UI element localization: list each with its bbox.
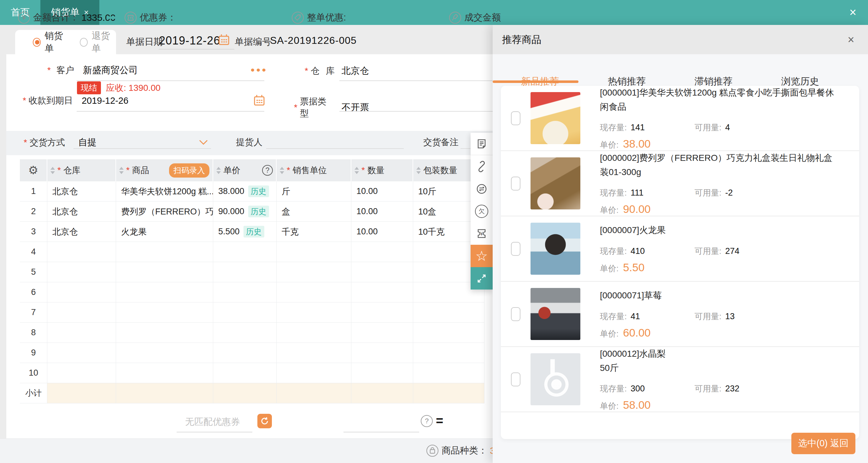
cell-warehouse[interactable] (47, 262, 116, 282)
column-settings[interactable]: ⚙ (20, 159, 47, 181)
cell-unit[interactable]: 盒 (277, 202, 351, 222)
table-row-empty[interactable]: 6 (20, 282, 485, 303)
cell-price[interactable] (213, 282, 277, 303)
customer-more-icon[interactable]: ••• (251, 64, 268, 76)
history-badge[interactable]: 历史 (248, 185, 269, 197)
cell-qty[interactable] (351, 282, 413, 303)
table-row-empty[interactable]: 5 (20, 262, 485, 282)
product-list-item[interactable]: [0000002]费列罗（FERRERO）巧克力礼盒装生日礼物礼盒装01-300… (501, 151, 859, 216)
sort-icon[interactable] (216, 167, 221, 174)
history-badge[interactable]: 历史 (248, 206, 269, 217)
cell-pack-qty[interactable] (413, 322, 485, 343)
note-tool-button[interactable] (471, 133, 493, 155)
coupon-input[interactable]: 无匹配优惠券 (185, 416, 240, 428)
cell-warehouse[interactable]: 北京仓 (47, 222, 116, 242)
sort-icon[interactable] (416, 167, 421, 174)
cell-unit[interactable] (277, 282, 351, 303)
cell-price[interactable] (213, 363, 277, 383)
cell-warehouse[interactable] (47, 282, 116, 303)
calendar-icon[interactable] (252, 93, 266, 107)
cell-product[interactable] (116, 303, 213, 322)
cell-warehouse[interactable]: 北京仓 (47, 202, 116, 222)
owe-tool-button[interactable]: 欠 (471, 200, 493, 222)
cell-unit[interactable] (277, 363, 351, 383)
product-checkbox[interactable] (511, 242, 520, 256)
cell-unit[interactable]: 千克 (277, 222, 351, 242)
cell-qty[interactable] (351, 262, 413, 282)
table-row-empty[interactable]: 4 (20, 242, 485, 262)
doc-date-value[interactable]: 2019-12-26 (159, 34, 220, 47)
cell-product[interactable] (116, 363, 213, 383)
cell-warehouse[interactable] (47, 303, 116, 322)
table-row[interactable]: 3 北京仓 火龙果 5.500历史 千克 10.00 10千克 (20, 222, 485, 242)
cell-price[interactable] (213, 242, 277, 262)
cell-unit[interactable] (277, 262, 351, 282)
cell-qty[interactable] (351, 242, 413, 262)
column-warehouse[interactable]: * 仓库 (47, 159, 116, 181)
cell-price[interactable] (213, 343, 277, 363)
scan-entry-button[interactable]: 扫码录入 (169, 163, 210, 178)
cell-qty[interactable]: 10.00 (351, 181, 413, 202)
table-row[interactable]: 2 北京仓 费列罗（FERRERO）巧... 90.000历史 盒 10.00 … (20, 202, 485, 222)
cell-qty[interactable] (351, 343, 413, 363)
cell-warehouse[interactable]: 北京仓 (47, 181, 116, 202)
customer-value[interactable]: 新盛商贸公司 (83, 64, 138, 76)
cell-price[interactable]: 90.000历史 (213, 202, 277, 222)
chevron-down-icon[interactable] (199, 140, 208, 145)
link-tool-button[interactable] (471, 155, 493, 178)
cell-unit[interactable]: 斤 (277, 181, 351, 202)
cell-product[interactable] (116, 242, 213, 262)
product-list-item[interactable]: [00000071]草莓 现存量: 41 可用量: 13 单价: 60.00 (501, 282, 859, 347)
panel-close-icon[interactable]: × (842, 25, 860, 54)
cell-qty[interactable]: 10.00 (351, 202, 413, 222)
cell-product[interactable] (116, 262, 213, 282)
product-checkbox[interactable] (511, 177, 520, 190)
help-icon[interactable]: ? (262, 165, 273, 176)
invoice-value[interactable]: 不开票 (342, 101, 369, 114)
product-checkbox[interactable] (511, 307, 520, 321)
exchange-tool-button[interactable] (471, 178, 493, 200)
help-icon[interactable]: ? (421, 415, 433, 427)
sort-icon[interactable] (354, 167, 359, 174)
table-row[interactable]: 1 北京仓 华美华夫软饼1200g 糕... 38.000历史 斤 10.00 … (20, 181, 485, 202)
column-qty[interactable]: * 数量 (351, 159, 413, 181)
favorite-tool-button[interactable]: ☆ (471, 245, 493, 267)
cell-unit[interactable] (277, 242, 351, 262)
cell-pack-qty[interactable] (413, 363, 485, 383)
table-row-empty[interactable]: 8 (20, 322, 485, 343)
cell-unit[interactable] (277, 343, 351, 363)
gear-icon[interactable]: ⚙ (28, 164, 38, 177)
product-checkbox[interactable] (511, 111, 520, 125)
column-price[interactable]: 单价 ? (213, 159, 277, 181)
cell-price[interactable] (213, 262, 277, 282)
cell-product[interactable]: 火龙果 (116, 222, 213, 242)
cell-product[interactable] (116, 343, 213, 363)
cell-price[interactable]: 38.000历史 (213, 181, 277, 202)
cell-pack-qty[interactable] (413, 343, 485, 363)
cell-warehouse[interactable] (47, 343, 116, 363)
refresh-coupon-button[interactable] (257, 414, 272, 428)
table-row-empty[interactable]: 9 (20, 343, 485, 363)
cell-pack-qty[interactable] (413, 303, 485, 322)
select-return-button[interactable]: 选中(0) 返回 (792, 433, 856, 454)
cell-qty[interactable]: 10.00 (351, 222, 413, 242)
product-list-item[interactable]: [0000001]华美华夫软饼1200g 糕点零食小吃手撕面包早餐休闲食品 现存… (501, 86, 859, 151)
column-product[interactable]: * 商品 扫码录入 (116, 159, 213, 181)
cell-warehouse[interactable] (47, 363, 116, 383)
cell-price[interactable] (213, 303, 277, 322)
cell-qty[interactable] (351, 322, 413, 343)
cell-warehouse[interactable] (47, 242, 116, 262)
cell-qty[interactable] (351, 303, 413, 322)
due-date-value[interactable]: 2019-12-26 (82, 96, 128, 106)
product-list-item[interactable]: [0000007]火龙果 现存量: 410 可用量: 274 单价: 5.50 (501, 216, 859, 282)
delivery-method-value[interactable]: 自提 (78, 136, 96, 149)
voucher-tool-button[interactable]: ¥ (471, 222, 493, 245)
cell-qty[interactable] (351, 363, 413, 383)
cell-unit[interactable] (277, 322, 351, 343)
cell-price[interactable]: 5.500历史 (213, 222, 277, 242)
column-unit[interactable]: * 销售单位 (277, 159, 351, 181)
warehouse-value[interactable]: 北京仓 (342, 65, 369, 77)
product-list-item[interactable]: [0000012]水晶梨 50斤 现存量: 300 可用量: 232 单价: 5… (501, 347, 859, 412)
cell-warehouse[interactable] (47, 322, 116, 343)
product-checkbox[interactable] (511, 372, 520, 387)
